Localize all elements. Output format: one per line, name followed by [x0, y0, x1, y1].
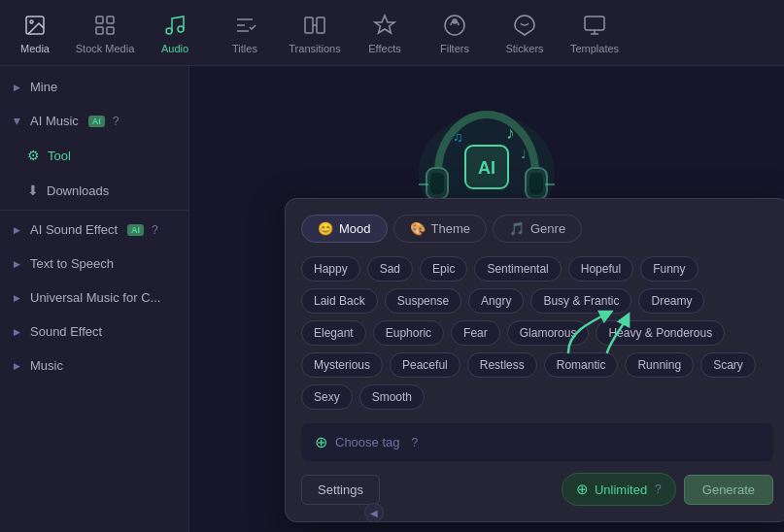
sidebar-item-tool[interactable]: ⚙ Tool: [0, 138, 188, 173]
tag-pill-hopeful[interactable]: Hopeful: [568, 256, 633, 282]
nav-filters-label: Filters: [440, 43, 469, 54]
svg-rect-15: [430, 173, 444, 194]
ai-sound-badge: AI: [127, 224, 144, 236]
nav-audio[interactable]: Audio: [140, 0, 210, 66]
tab-genre[interactable]: 🎵 Genre: [493, 215, 582, 243]
generate-button[interactable]: Generate: [684, 475, 773, 505]
nav-transitions[interactable]: Transitions: [280, 0, 350, 66]
svg-text:♩: ♩: [521, 148, 527, 161]
effects-icon: [371, 12, 398, 39]
svg-point-1: [30, 20, 33, 23]
tag-pill-restless[interactable]: Restless: [467, 352, 537, 378]
tts-arrow: ▶: [14, 259, 20, 269]
sidebar-tool-label: Tool: [48, 149, 71, 163]
ai-music-help-icon[interactable]: ?: [113, 115, 119, 128]
unlimited-button[interactable]: ⊕ Unlimited ?: [562, 473, 676, 506]
nav-effects[interactable]: Effects: [350, 0, 420, 66]
sound-effect-arrow: ▶: [14, 327, 20, 337]
sidebar: ▶ Mine ▶ AI Music AI ? ⚙ Tool ⬇ Download…: [0, 66, 189, 532]
theme-tab-icon: 🎨: [410, 221, 426, 236]
sidebar-collapse-button[interactable]: ◀: [364, 503, 384, 522]
svg-rect-12: [585, 17, 604, 30]
nav-stock-media[interactable]: Stock Media: [70, 0, 140, 66]
sidebar-mine-label: Mine: [30, 80, 57, 94]
tag-pill-running[interactable]: Running: [625, 352, 694, 378]
tab-mood[interactable]: 😊 Mood: [301, 215, 388, 243]
tag-pill-dreamy[interactable]: Dreamy: [638, 288, 704, 314]
sidebar-item-universal-music[interactable]: ▶ Universal Music for C...: [0, 281, 188, 315]
tag-pill-busy---frantic[interactable]: Busy & Frantic: [530, 288, 631, 314]
genre-tab-icon: 🎵: [509, 221, 525, 236]
settings-button[interactable]: Settings: [301, 475, 380, 505]
unlimited-plus-icon: ⊕: [576, 481, 589, 498]
nav-media-label: Media: [20, 43, 50, 54]
media-icon: [21, 12, 49, 39]
tag-pill-mysterious[interactable]: Mysterious: [301, 352, 383, 378]
tag-pill-suspense[interactable]: Suspense: [385, 288, 461, 314]
tag-pill-epic[interactable]: Epic: [420, 256, 467, 282]
tag-pill-happy[interactable]: Happy: [301, 256, 360, 282]
tag-pill-sexy[interactable]: Sexy: [301, 384, 353, 410]
tag-pill-angry[interactable]: Angry: [468, 288, 524, 314]
tag-pill-sentimental[interactable]: Sentimental: [474, 256, 561, 282]
svg-rect-5: [107, 27, 114, 34]
tag-pill-peaceful[interactable]: Peaceful: [390, 352, 460, 378]
nav-filters[interactable]: Filters: [420, 0, 490, 66]
sidebar-item-music[interactable]: ▶ Music: [0, 349, 188, 382]
tag-pill-sad[interactable]: Sad: [367, 256, 413, 282]
mine-arrow: ▶: [14, 83, 20, 92]
audio-icon: [161, 12, 188, 39]
templates-icon: [581, 12, 608, 39]
nav-templates[interactable]: Templates: [560, 0, 630, 66]
music-arrow: ▶: [14, 361, 20, 371]
svg-text:♪: ♪: [506, 123, 515, 143]
sidebar-item-text-to-speech[interactable]: ▶ Text to Speech: [0, 247, 188, 281]
nav-titles[interactable]: Titles: [210, 0, 280, 66]
svg-rect-2: [96, 17, 103, 23]
sidebar-item-mine[interactable]: ▶ Mine: [0, 70, 188, 104]
sidebar-item-ai-sound-effect[interactable]: ▶ AI Sound Effect AI ?: [0, 213, 188, 247]
sidebar-univ-music-label: Universal Music for C...: [30, 290, 160, 305]
tag-pill-funny[interactable]: Funny: [640, 256, 698, 282]
sidebar-item-sound-effect[interactable]: ▶ Sound Effect: [0, 315, 188, 349]
filters-icon: [441, 12, 468, 39]
sidebar-ai-music-label: AI Music: [30, 114, 79, 128]
choose-tag-bar[interactable]: ⊕ Choose tag ?: [301, 423, 773, 461]
sidebar-item-ai-music[interactable]: ▶ AI Music AI ?: [0, 104, 188, 138]
sidebar-ai-sound-label: AI Sound Effect: [30, 222, 118, 237]
content-area: AI ♪ ♫ ♩ 😊 Mood 🎨: [189, 66, 784, 532]
sidebar-item-downloads[interactable]: ⬇ Downloads: [0, 173, 188, 208]
tag-grid: HappySadEpicSentimentalHopefulFunnyLaid …: [301, 256, 773, 410]
ai-music-badge: AI: [88, 116, 105, 127]
tab-theme[interactable]: 🎨 Theme: [393, 215, 487, 243]
choose-tag-help-icon[interactable]: ?: [412, 436, 419, 449]
choose-tag-label: Choose tag: [335, 435, 400, 449]
svg-text:AI: AI: [478, 158, 495, 178]
nav-stock-media-label: Stock Media: [76, 43, 135, 54]
nav-stickers-label: Stickers: [505, 43, 543, 54]
nav-media[interactable]: Media: [0, 0, 70, 66]
tag-pill-scary[interactable]: Scary: [700, 352, 756, 378]
univ-music-arrow: ▶: [14, 293, 20, 303]
transitions-icon: [301, 12, 328, 39]
sidebar-sound-effect-label: Sound Effect: [30, 324, 102, 339]
ai-sound-help-icon[interactable]: ?: [152, 223, 158, 237]
right-controls: ⊕ Unlimited ? Generate: [562, 473, 773, 506]
svg-point-6: [166, 28, 172, 34]
ai-sound-arrow: ▶: [14, 225, 20, 235]
tool-icon: ⚙: [27, 148, 40, 163]
svg-point-10: [445, 16, 464, 35]
nav-stickers[interactable]: Stickers: [490, 0, 560, 66]
tag-pill-heavy---ponderous[interactable]: Heavy & Ponderous: [596, 320, 725, 346]
nav-templates-label: Templates: [570, 43, 619, 54]
svg-rect-8: [305, 17, 313, 33]
tag-pill-romantic[interactable]: Romantic: [544, 352, 619, 378]
tag-pill-fear[interactable]: Fear: [451, 320, 500, 346]
tag-pill-elegant[interactable]: Elegant: [301, 320, 366, 346]
popup-panel: 😊 Mood 🎨 Theme 🎵 Genre HappySadEpicSenti…: [285, 198, 784, 522]
tag-pill-smooth[interactable]: Smooth: [359, 384, 425, 410]
unlimited-help-icon[interactable]: ?: [655, 482, 662, 496]
tag-pill-glamorous[interactable]: Glamorous: [507, 320, 590, 346]
tag-pill-euphoric[interactable]: Euphoric: [373, 320, 444, 346]
tag-pill-laid-back[interactable]: Laid Back: [301, 288, 378, 314]
